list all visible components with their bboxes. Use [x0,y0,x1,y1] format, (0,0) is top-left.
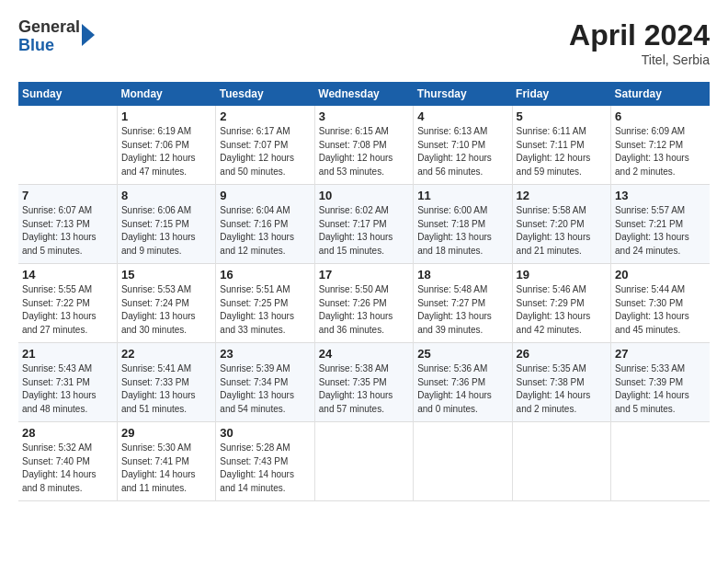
calendar-week-row: 14Sunrise: 5:55 AM Sunset: 7:22 PM Dayli… [18,264,710,343]
day-info: Sunrise: 6:04 AM Sunset: 7:16 PM Dayligh… [220,204,310,258]
day-info: Sunrise: 5:55 AM Sunset: 7:22 PM Dayligh… [22,283,113,337]
day-number: 2 [220,109,310,123]
calendar-cell: 8Sunrise: 6:06 AM Sunset: 7:15 PM Daylig… [117,185,215,264]
day-number: 13 [615,189,706,202]
day-number: 25 [417,347,507,361]
calendar-week-row: 7Sunrise: 6:07 AM Sunset: 7:13 PM Daylig… [18,185,710,264]
calendar-cell [414,422,512,501]
calendar-cell: 23Sunrise: 5:39 AM Sunset: 7:34 PM Dayli… [216,343,314,422]
day-header: Wednesday [314,82,413,106]
calendar-header: SundayMondayTuesdayWednesdayThursdayFrid… [18,82,710,106]
day-info: Sunrise: 5:30 AM Sunset: 7:41 PM Dayligh… [121,442,211,495]
calendar-cell: 12Sunrise: 5:58 AM Sunset: 7:20 PM Dayli… [512,185,610,264]
day-header: Monday [117,82,215,106]
day-info: Sunrise: 5:43 AM Sunset: 7:31 PM Dayligh… [22,362,113,416]
calendar-cell: 5Sunrise: 6:11 AM Sunset: 7:11 PM Daylig… [512,106,610,185]
calendar-week-row: 28Sunrise: 5:32 AM Sunset: 7:40 PM Dayli… [18,422,710,501]
day-info: Sunrise: 5:35 AM Sunset: 7:38 PM Dayligh… [517,362,607,416]
logo: General Blue [18,18,95,55]
day-info: Sunrise: 5:33 AM Sunset: 7:39 PM Dayligh… [615,362,706,416]
day-info: Sunrise: 6:13 AM Sunset: 7:10 PM Dayligh… [417,125,507,178]
day-number: 28 [22,426,113,440]
calendar-cell: 10Sunrise: 6:02 AM Sunset: 7:17 PM Dayli… [314,185,413,264]
calendar-cell: 29Sunrise: 5:30 AM Sunset: 7:41 PM Dayli… [117,422,215,501]
day-number: 22 [121,347,211,361]
day-header: Tuesday [216,82,314,106]
calendar-cell [611,422,710,501]
day-info: Sunrise: 5:50 AM Sunset: 7:26 PM Dayligh… [319,283,409,337]
day-number: 6 [615,109,706,123]
day-info: Sunrise: 6:11 AM Sunset: 7:11 PM Dayligh… [517,125,607,178]
day-number: 27 [615,347,706,361]
main-title: April 2024 [569,18,710,52]
day-number: 24 [319,347,409,361]
day-info: Sunrise: 6:02 AM Sunset: 7:17 PM Dayligh… [319,204,409,258]
calendar-cell [314,422,413,501]
calendar-cell: 6Sunrise: 6:09 AM Sunset: 7:12 PM Daylig… [611,106,710,185]
day-number: 7 [22,189,113,202]
day-header: Thursday [414,82,512,106]
calendar-week-row: 21Sunrise: 5:43 AM Sunset: 7:31 PM Dayli… [18,343,710,422]
calendar-cell: 30Sunrise: 5:28 AM Sunset: 7:43 PM Dayli… [216,422,314,501]
calendar-cell [18,106,117,185]
calendar-cell: 9Sunrise: 6:04 AM Sunset: 7:16 PM Daylig… [216,185,314,264]
day-info: Sunrise: 5:41 AM Sunset: 7:33 PM Dayligh… [121,362,211,416]
calendar-cell: 20Sunrise: 5:44 AM Sunset: 7:30 PM Dayli… [611,264,710,343]
day-info: Sunrise: 5:44 AM Sunset: 7:30 PM Dayligh… [615,283,706,337]
day-header: Sunday [18,82,117,106]
day-info: Sunrise: 5:38 AM Sunset: 7:35 PM Dayligh… [319,362,409,416]
day-number: 23 [220,347,310,361]
day-number: 18 [417,268,507,282]
day-info: Sunrise: 5:36 AM Sunset: 7:36 PM Dayligh… [417,362,507,416]
day-number: 11 [417,189,507,202]
day-info: Sunrise: 6:06 AM Sunset: 7:15 PM Dayligh… [121,204,211,258]
calendar-cell: 11Sunrise: 6:00 AM Sunset: 7:18 PM Dayli… [414,185,512,264]
day-info: Sunrise: 5:58 AM Sunset: 7:20 PM Dayligh… [517,204,607,258]
day-info: Sunrise: 6:07 AM Sunset: 7:13 PM Dayligh… [22,204,113,258]
day-info: Sunrise: 5:32 AM Sunset: 7:40 PM Dayligh… [22,442,113,495]
calendar-cell [512,422,610,501]
day-number: 5 [517,109,607,123]
calendar-cell: 14Sunrise: 5:55 AM Sunset: 7:22 PM Dayli… [18,264,117,343]
calendar-cell: 2Sunrise: 6:17 AM Sunset: 7:07 PM Daylig… [216,106,314,185]
calendar-cell: 15Sunrise: 5:53 AM Sunset: 7:24 PM Dayli… [117,264,215,343]
calendar-cell: 24Sunrise: 5:38 AM Sunset: 7:35 PM Dayli… [314,343,413,422]
day-header: Saturday [611,82,710,106]
calendar-cell: 17Sunrise: 5:50 AM Sunset: 7:26 PM Dayli… [314,264,413,343]
day-info: Sunrise: 5:28 AM Sunset: 7:43 PM Dayligh… [220,442,310,495]
title-block: April 2024 Titel, Serbia [569,18,710,67]
day-number: 30 [220,426,310,440]
day-number: 29 [121,426,211,440]
calendar-table: SundayMondayTuesdayWednesdayThursdayFrid… [18,82,710,501]
day-info: Sunrise: 5:51 AM Sunset: 7:25 PM Dayligh… [220,283,310,337]
day-number: 20 [615,268,706,282]
page-header: General Blue April 2024 Titel, Serbia [18,18,710,67]
logo-line2: Blue [18,37,80,55]
day-info: Sunrise: 5:46 AM Sunset: 7:29 PM Dayligh… [517,283,607,337]
svg-marker-0 [82,24,95,46]
day-number: 15 [121,268,211,282]
day-info: Sunrise: 5:57 AM Sunset: 7:21 PM Dayligh… [615,204,706,258]
calendar-cell: 26Sunrise: 5:35 AM Sunset: 7:38 PM Dayli… [512,343,610,422]
day-number: 10 [319,189,409,202]
day-number: 19 [517,268,607,282]
header-row: SundayMondayTuesdayWednesdayThursdayFrid… [18,82,710,106]
calendar-cell: 18Sunrise: 5:48 AM Sunset: 7:27 PM Dayli… [414,264,512,343]
day-info: Sunrise: 6:09 AM Sunset: 7:12 PM Dayligh… [615,125,706,178]
day-info: Sunrise: 5:48 AM Sunset: 7:27 PM Dayligh… [417,283,507,337]
day-number: 1 [121,109,211,123]
calendar-cell: 27Sunrise: 5:33 AM Sunset: 7:39 PM Dayli… [611,343,710,422]
calendar-cell: 22Sunrise: 5:41 AM Sunset: 7:33 PM Dayli… [117,343,215,422]
day-info: Sunrise: 5:39 AM Sunset: 7:34 PM Dayligh… [220,362,310,416]
day-number: 26 [517,347,607,361]
day-info: Sunrise: 6:00 AM Sunset: 7:18 PM Dayligh… [417,204,507,258]
calendar-cell: 16Sunrise: 5:51 AM Sunset: 7:25 PM Dayli… [216,264,314,343]
calendar-cell: 3Sunrise: 6:15 AM Sunset: 7:08 PM Daylig… [314,106,413,185]
subtitle: Titel, Serbia [569,52,710,67]
day-info: Sunrise: 6:15 AM Sunset: 7:08 PM Dayligh… [319,125,409,178]
day-number: 3 [319,109,409,123]
day-number: 16 [220,268,310,282]
calendar-cell: 13Sunrise: 5:57 AM Sunset: 7:21 PM Dayli… [611,185,710,264]
logo-line1: General [18,18,80,37]
day-number: 12 [517,189,607,202]
